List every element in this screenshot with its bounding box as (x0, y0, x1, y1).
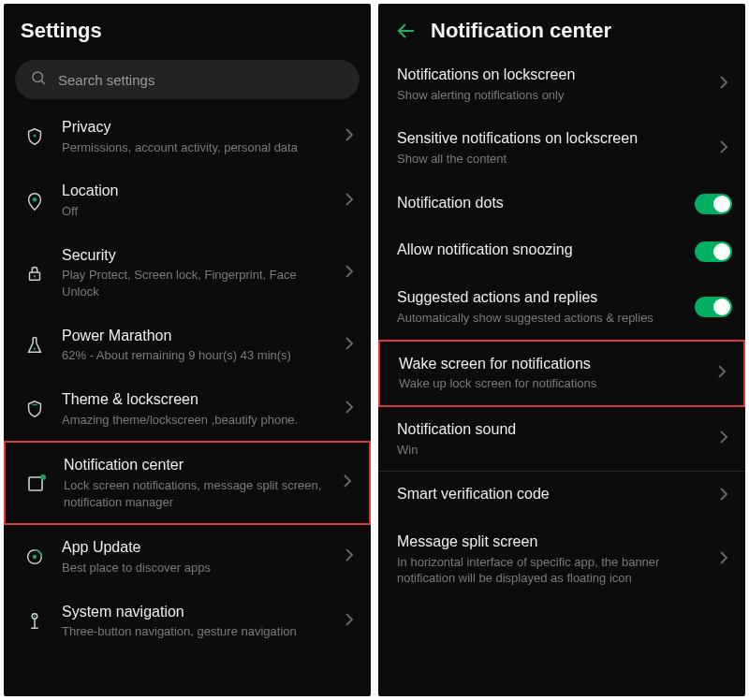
toggle-switch[interactable] (695, 194, 732, 214)
settings-title: Settings (21, 19, 102, 43)
row-sub: Play Protect, Screen lock, Fingerprint, … (62, 267, 328, 299)
chevron-right-icon (341, 264, 358, 283)
chevron-right-icon (341, 400, 358, 418)
row-title: Location (62, 182, 328, 201)
update-icon (21, 547, 49, 567)
svg-point-12 (34, 615, 36, 617)
svg-point-8 (40, 474, 46, 480)
row-sub: Automatically show suggested actions & r… (397, 310, 676, 327)
row-title: Power Marathon (62, 327, 328, 346)
theme-icon (21, 399, 49, 419)
svg-rect-7 (29, 477, 42, 490)
chevron-right-icon (341, 127, 358, 146)
toggle-switch[interactable] (695, 297, 732, 317)
row-title: Notification sound (397, 420, 697, 440)
nc-row-notifications-on-lockscreen[interactable]: Notifications on lockscreen Show alertin… (378, 52, 745, 116)
row-sub: In horizontal interface of specific app,… (397, 554, 697, 587)
row-title: Security (62, 246, 328, 266)
settings-row-power-marathon[interactable]: Power Marathon 62% - About remaining 9 h… (4, 314, 371, 377)
chevron-right-icon (715, 75, 732, 94)
row-title: Sensitive notifications on lockscreen (397, 129, 697, 149)
row-title: Suggested actions and replies (397, 288, 676, 308)
row-sub: Three-button navigation, gesture navigat… (62, 623, 328, 640)
row-sub: Win (397, 442, 697, 459)
nc-row-message-split-screen[interactable]: Message split screen In horizontal inter… (378, 519, 745, 600)
chevron-right-icon (341, 547, 358, 566)
settings-row-location[interactable]: Location Off (4, 168, 371, 232)
row-title: Allow notification snoozing (397, 241, 676, 260)
row-sub: Off (62, 203, 328, 220)
nc-row-allow-snoozing[interactable]: Allow notification snoozing (378, 227, 745, 275)
back-button[interactable] (395, 20, 418, 42)
chevron-right-icon (715, 139, 732, 158)
flask-icon (21, 335, 49, 356)
settings-row-security[interactable]: Security Play Protect, Screen lock, Fing… (4, 233, 371, 314)
row-title: Theme & lockscreen (62, 390, 328, 410)
row-sub: 62% - About remaining 9 hour(s) 43 min(s… (62, 347, 328, 364)
svg-point-2 (34, 135, 37, 138)
svg-line-1 (41, 80, 44, 83)
nc-row-smart-verification[interactable]: Smart verification code (378, 472, 745, 519)
chevron-right-icon (715, 550, 732, 569)
chevron-right-icon (341, 336, 358, 355)
row-sub: Lock screen notifications, message split… (64, 477, 326, 510)
row-title: Notification center (64, 456, 326, 475)
page-title-settings: Settings (4, 4, 371, 52)
nc-row-notification-sound[interactable]: Notification sound Win (378, 407, 745, 471)
row-title: Privacy (62, 118, 328, 138)
search-icon (30, 69, 47, 90)
settings-row-privacy[interactable]: Privacy Permissions, account activity, p… (4, 105, 371, 168)
chevron-right-icon (715, 430, 732, 448)
row-sub: Best place to discover apps (62, 560, 328, 576)
settings-row-system-navigation[interactable]: System navigation Three-button navigatio… (4, 590, 371, 653)
search-input[interactable]: Search settings (15, 60, 360, 99)
chevron-right-icon (715, 487, 732, 505)
chevron-right-icon (339, 474, 356, 492)
lock-icon (21, 263, 49, 284)
chevron-right-icon (341, 192, 358, 211)
row-title: Smart verification code (397, 485, 697, 504)
row-title: Notifications on lockscreen (397, 66, 697, 85)
nc-row-suggested-actions[interactable]: Suggested actions and replies Automatica… (378, 275, 745, 339)
settings-row-theme-lockscreen[interactable]: Theme & lockscreen Amazing theme/lockscr… (4, 377, 371, 441)
row-title: Notification dots (397, 194, 676, 213)
search-placeholder: Search settings (58, 72, 154, 88)
notification-center-title: Notification center (431, 19, 611, 43)
svg-point-5 (34, 275, 36, 277)
row-sub: Wake up lock screen for notifications (399, 375, 695, 392)
nc-row-wake-screen[interactable]: Wake screen for notifications Wake up lo… (378, 340, 745, 407)
row-sub: Permissions, account activity, personal … (62, 139, 328, 156)
notification-icon (22, 472, 51, 494)
svg-point-6 (34, 347, 36, 349)
nc-row-notification-dots[interactable]: Notification dots (378, 181, 745, 228)
svg-point-0 (33, 72, 43, 82)
chevron-right-icon (713, 364, 730, 383)
row-title: Message split screen (397, 532, 697, 552)
row-sub: Show all the content (397, 151, 697, 168)
settings-row-app-update[interactable]: App Update Best place to discover apps (4, 525, 371, 589)
svg-point-3 (33, 197, 37, 201)
svg-point-10 (33, 555, 37, 560)
row-title: Wake screen for notifications (399, 355, 695, 374)
toggle-switch[interactable] (695, 241, 732, 262)
row-sub: Show alerting notifications only (397, 87, 697, 104)
row-title: App Update (62, 538, 328, 558)
row-title: System navigation (62, 603, 328, 622)
location-icon (21, 191, 49, 211)
row-sub: Amazing theme/lockscreen ,beautify phone… (62, 412, 328, 429)
settings-row-notification-center[interactable]: Notification center Lock screen notifica… (4, 441, 371, 525)
shield-icon (21, 126, 49, 147)
chevron-right-icon (341, 612, 358, 631)
navigation-icon (21, 611, 49, 632)
nc-row-sensitive-notifications[interactable]: Sensitive notifications on lockscreen Sh… (378, 116, 745, 180)
